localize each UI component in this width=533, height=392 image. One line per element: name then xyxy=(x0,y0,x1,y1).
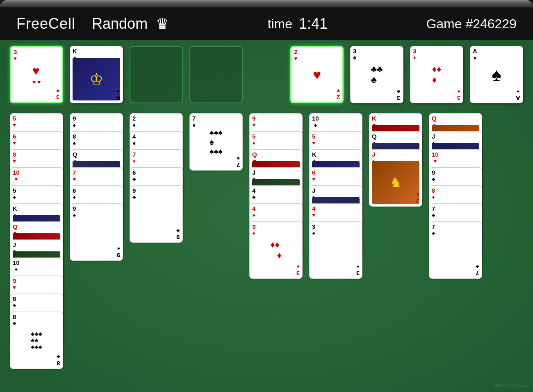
mode-label[interactable]: Random xyxy=(92,15,148,32)
game-number: Game #246229 xyxy=(426,16,517,32)
column-8: Q♦ ♛ J♠ ♞ 10♥ 9♣ 8♦ 7♣ 7♣ 7♣ xyxy=(429,113,482,318)
card-3d[interactable]: 3♦ 3♦ ♦♦♦ xyxy=(249,221,303,279)
card-3s[interactable]: 3♠ 3♠ xyxy=(309,221,362,279)
free-cell-3[interactable] xyxy=(130,46,183,103)
top-row: 3♥ ♥♥ ♥ 3♥ K♠ ♔ K♠ 2♥ ♥ 2♥ 3♣ ♣♣♣ 3♣ xyxy=(10,46,523,107)
card-9c-col3[interactable]: 9♣ 9♣ xyxy=(130,185,183,243)
free-cell-4[interactable] xyxy=(189,46,243,103)
column-2: 9♠ 8♠ Q♠ ♛ 7♥ 6♠ 9♠ 9♠ xyxy=(70,113,123,277)
game-title: FreeCell xyxy=(16,15,75,32)
card-8c-col1b[interactable]: 8♣ 8♣ ♣♣♣♣♣♣♣♣ xyxy=(10,312,63,369)
column-6: 10♠ 5♥ K♣ ♔ 6♥ J♠ ♞ 4♥ 3♠ 3♠ xyxy=(309,113,362,318)
bezel-top xyxy=(0,0,533,7)
column-1: 5♥ 6♥ 8♥ 10♥ 5♠ K♠ ♔ Q♥ ♛ J♣ xyxy=(10,113,63,351)
game-area: 3♥ ♥♥ ♥ 3♥ K♠ ♔ K♠ 2♥ ♥ 2♥ 3♣ ♣♣♣ 3♣ xyxy=(0,40,533,392)
column-3: 2♠ 4♠ 7♦ 6♣ 9♣ 9♣ xyxy=(130,113,183,261)
column-5: 9♥ 5♦ Q♥ ♛ J♣ ♞ 4♣ 4♦ 3♦ 3♦ ♦♦♦ xyxy=(249,113,303,310)
foundation-1[interactable]: 2♥ ♥ 2♥ xyxy=(290,46,344,103)
header-bar: FreeCell Random ♛ time 1:41 Game #246229 xyxy=(0,7,533,40)
card-7c-col8b[interactable]: 7♣ 7♣ xyxy=(429,221,482,279)
free-cell-2[interactable]: K♠ ♔ K♠ xyxy=(70,46,123,103)
foundation-4[interactable]: A♠ ♠ A♠ xyxy=(470,46,523,103)
tableau: 5♥ 6♥ 8♥ 10♥ 5♠ K♠ ♔ Q♥ ♛ J♣ xyxy=(10,113,523,351)
time-value: 1:41 xyxy=(299,15,328,32)
card-9s-col2b[interactable]: 9♠ 9♠ xyxy=(70,203,123,261)
card-jd[interactable]: J♦ ♞ J♦ xyxy=(369,149,422,207)
column-7: K♥ ♔ Q♠ ♛ J♦ ♞ J♦ xyxy=(369,113,422,236)
foundation-3[interactable]: 3♦ ♦♦♦ 3♦ xyxy=(410,46,463,103)
crown-icon: ♛ xyxy=(156,15,169,32)
time-label: time xyxy=(267,16,292,32)
free-cell-1[interactable]: 3♥ ♥♥ ♥ 3♥ xyxy=(10,46,63,103)
card-7s-col4[interactable]: 7♠ 7♠ ♠♠♠♠♠♠♠ xyxy=(189,113,243,171)
foundation-2[interactable]: 3♣ ♣♣♣ 3♣ xyxy=(350,46,403,103)
watermark: M0E82W / Alamy xyxy=(494,383,529,388)
column-4: 7♠ 7♠ ♠♠♠♠♠♠♠ xyxy=(189,113,243,195)
